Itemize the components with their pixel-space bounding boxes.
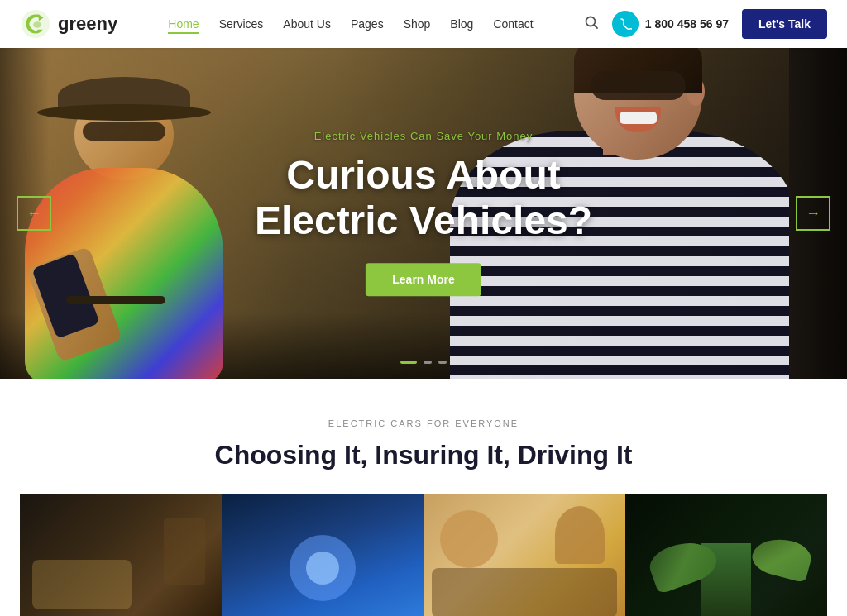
cards-section: ELECTRIC CARS FOR EVERYONE Choosing It, … [0,379,847,616]
nav-link-shop[interactable]: Shop [404,17,431,31]
cards-grid [20,494,827,616]
nav-link-contact[interactable]: Contact [493,17,533,31]
hero-title: Curious About Electric Vehicles? [255,152,592,243]
nav-item-pages[interactable]: Pages [351,17,384,31]
learn-more-button[interactable]: Learn More [366,264,481,297]
logo-link[interactable]: greeny [20,8,117,40]
navbar: greeny Home Services About Us Pages Shop… [0,0,847,48]
nav-link-blog[interactable]: Blog [450,17,473,31]
hero-dots [400,361,447,364]
hero-content: Electric Vehicles Can Save Your Money Cu… [255,130,592,296]
hero-dot-3[interactable] [438,361,447,364]
hero-title-line1: Curious About [286,153,561,197]
search-icon[interactable] [584,15,599,34]
hero-next-button[interactable]: → [796,196,830,231]
section-label: ELECTRIC CARS FOR EVERYONE [20,418,827,428]
nav-right: 1 800 458 56 97 Let's Talk [584,9,827,39]
hero-title-line2: Electric Vehicles? [255,199,592,243]
arrow-right-icon: → [806,205,821,222]
nav-link-home[interactable]: Home [168,17,199,34]
nav-link-pages[interactable]: Pages [351,17,384,31]
greeny-logo-icon [20,8,51,40]
arrow-left-icon: ← [26,205,41,222]
svg-point-2 [586,17,595,26]
nav-item-blog[interactable]: Blog [450,17,473,31]
logo-text: greeny [58,13,117,35]
card-1[interactable] [20,494,222,616]
hero-prev-button[interactable]: ← [17,196,51,231]
card-4[interactable] [625,494,827,616]
phone-wrap: 1 800 458 56 97 [612,11,729,37]
hero-subtitle: Electric Vehicles Can Save Your Money [255,130,592,142]
hero-section: ← Electric Vehicles Can Save Your Money … [0,48,847,379]
svg-line-3 [594,25,597,28]
nav-link-services[interactable]: Services [219,17,264,31]
nav-item-shop[interactable]: Shop [404,17,431,31]
card-2[interactable] [222,494,424,616]
svg-point-1 [33,21,41,28]
nav-item-home[interactable]: Home [168,17,199,31]
nav-item-about[interactable]: About Us [283,17,331,31]
nav-item-contact[interactable]: Contact [493,17,533,31]
section-title: Choosing It, Insuring It, Driving It [20,440,827,470]
phone-icon [612,11,639,37]
hero-dot-1[interactable] [400,361,417,364]
nav-links: Home Services About Us Pages Shop Blog C… [168,17,533,31]
phone-number: 1 800 458 56 97 [645,17,729,31]
lets-talk-button[interactable]: Let's Talk [742,9,827,39]
hero-dot-2[interactable] [424,361,432,364]
nav-link-about[interactable]: About Us [283,17,331,31]
card-3[interactable] [424,494,625,616]
nav-item-services[interactable]: Services [219,17,264,31]
